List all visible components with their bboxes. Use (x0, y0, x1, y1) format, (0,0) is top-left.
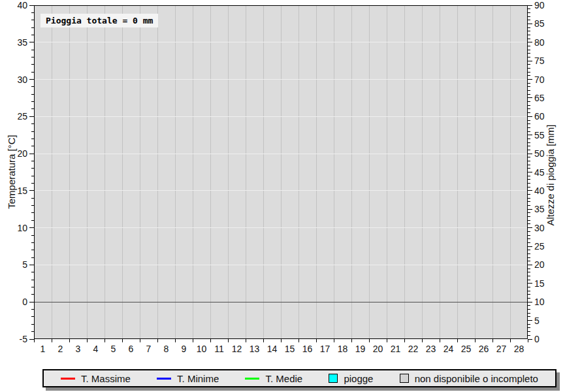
right-minor-tick (528, 287, 530, 287)
left-minor-tick (31, 220, 34, 221)
right-major-tick (528, 97, 532, 98)
day-label: 15 (285, 344, 295, 354)
right-axis-tick-label: 0 (534, 334, 540, 344)
right-minor-tick (528, 291, 530, 291)
right-minor-tick (528, 253, 530, 254)
right-minor-tick (528, 12, 530, 13)
day-gridline (510, 5, 511, 339)
left-minor-tick (31, 35, 34, 35)
legend-item-t-minime: T. Minime (157, 373, 219, 384)
right-major-tick (528, 209, 532, 210)
left-minor-tick (31, 57, 34, 57)
bottom-tick (334, 339, 334, 342)
bottom-tick (457, 339, 458, 342)
left-minor-tick (31, 72, 34, 73)
right-minor-tick (528, 75, 530, 76)
right-minor-tick (528, 108, 530, 109)
right-minor-tick (528, 112, 530, 113)
day-gridline (316, 5, 317, 339)
legend-item-t-medie: T. Medie (245, 373, 302, 384)
right-axis-tick-label: 25 (534, 241, 545, 252)
unavailable-day-column (299, 5, 316, 339)
left-minor-tick (31, 50, 34, 50)
legend-label: T. Massime (81, 373, 131, 384)
right-minor-tick (528, 46, 530, 46)
right-axis-tick-label: 85 (534, 18, 545, 29)
left-minor-tick (31, 20, 34, 20)
right-minor-tick (528, 57, 530, 57)
left-minor-tick (31, 316, 34, 317)
right-major-tick (528, 5, 532, 6)
day-gridline (369, 5, 370, 339)
left-minor-tick (31, 198, 34, 199)
unavailable-day-column (334, 5, 351, 339)
right-major-tick (528, 135, 532, 135)
unavailable-day-column (105, 5, 122, 339)
unavailable-day-column (492, 5, 510, 339)
left-major-tick (29, 116, 34, 117)
right-axis-tick-label: 70 (534, 74, 545, 85)
right-minor-tick (528, 127, 530, 128)
right-axis-tick-label: 90 (534, 0, 545, 10)
major-gridline (34, 154, 528, 154)
day-gridline (492, 5, 493, 339)
left-minor-tick (31, 64, 34, 65)
major-gridline (34, 190, 528, 191)
right-major-tick (528, 154, 532, 154)
left-major-tick (29, 79, 34, 80)
monthly-weather-chart: Pioggia totale = 0 mm 4035302520151050-5… (0, 0, 565, 392)
day-label: 2 (58, 344, 63, 354)
left-minor-tick (31, 12, 34, 13)
right-minor-tick (528, 165, 530, 165)
unavailable-day-column (404, 5, 422, 339)
day-gridline (351, 5, 352, 339)
right-minor-tick (528, 101, 530, 102)
right-major-tick (528, 227, 532, 228)
right-axis-tick-label: 10 (534, 297, 545, 307)
day-gridline (69, 5, 70, 339)
bottom-tick (440, 339, 440, 342)
right-minor-tick (528, 20, 530, 20)
unavailable-day-column (193, 5, 210, 339)
left-axis-tick-label: -5 (20, 334, 27, 344)
right-minor-tick (528, 150, 530, 150)
bottom-tick (87, 339, 88, 342)
right-minor-tick (528, 223, 530, 224)
left-minor-tick (31, 168, 34, 169)
bottom-tick (316, 339, 317, 342)
left-minor-tick (31, 250, 34, 250)
right-minor-tick (528, 64, 530, 65)
day-label: 26 (479, 344, 489, 354)
right-axis-title: Altezze di pioggia [mm] (545, 124, 556, 225)
legend-label: T. Minime (177, 373, 219, 384)
left-minor-tick (31, 176, 34, 176)
day-gridline (299, 5, 299, 339)
day-label: 7 (146, 344, 152, 354)
right-minor-tick (528, 183, 530, 184)
right-minor-tick (528, 161, 530, 161)
unavailable-day-column (422, 5, 440, 339)
bottom-tick (369, 339, 370, 342)
legend-label: T. Medie (265, 373, 302, 384)
right-axis-tick-label: 75 (534, 56, 545, 66)
left-major-tick (29, 302, 34, 302)
bottom-tick (510, 339, 511, 342)
right-minor-tick (528, 53, 530, 54)
left-minor-tick (31, 86, 34, 87)
left-axis-tick-label: 0 (22, 297, 27, 307)
unavailable-day-column (175, 5, 193, 339)
right-minor-tick (528, 272, 530, 272)
line-swatch-icon (245, 378, 259, 380)
right-axis-tick-label: 55 (534, 130, 545, 140)
right-minor-tick (528, 316, 530, 317)
unavailable-day-column (316, 5, 334, 339)
day-label: 23 (426, 344, 436, 354)
left-axis-tick-label: 25 (17, 111, 27, 122)
unavailable-day-column (69, 5, 87, 339)
bottom-tick (210, 339, 211, 342)
day-label: 21 (391, 344, 401, 354)
bottom-tick (387, 339, 387, 342)
right-axis-tick-label: 20 (534, 259, 545, 270)
right-minor-tick (528, 194, 530, 195)
day-label: 8 (164, 344, 169, 354)
